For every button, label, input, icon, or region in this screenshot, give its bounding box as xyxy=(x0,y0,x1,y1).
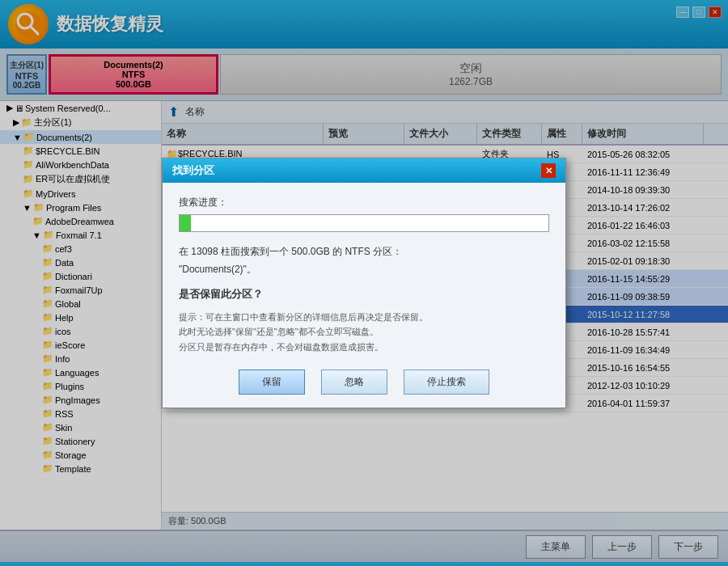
dialog-buttons: 保留 忽略 停止搜索 xyxy=(179,370,549,395)
dialog-hint: 提示：可在主窗口中查看新分区的详细信息后再决定是否保留。 此时无论选择"保留"还… xyxy=(179,310,549,355)
dialog-close-button[interactable]: ✕ xyxy=(541,163,556,178)
dialog-hint-line2: 此时无论选择"保留"还是"忽略"都不会立即写磁盘。 xyxy=(179,327,379,336)
dialog-body: 搜索进度： 在 13098 柱面搜索到一个 500.0GB 的 NTFS 分区：… xyxy=(163,183,565,407)
dialog-title-text: 找到分区 xyxy=(172,163,214,178)
progress-bar-container xyxy=(179,214,549,232)
dialog-title-bar: 找到分区 ✕ xyxy=(163,158,565,183)
stop-search-button[interactable]: 停止搜索 xyxy=(404,370,489,395)
ignore-button[interactable]: 忽略 xyxy=(321,370,387,395)
dialog-info: 在 13098 柱面搜索到一个 500.0GB 的 NTFS 分区： "Docu… xyxy=(179,243,549,278)
dialog-info-line2: "Documents(2)"。 xyxy=(179,264,256,275)
dialog-info-line1: 在 13098 柱面搜索到一个 500.0GB 的 NTFS 分区： xyxy=(179,246,402,257)
dialog-question: 是否保留此分区？ xyxy=(179,287,549,302)
dialog-hint-line1: 提示：可在主窗口中查看新分区的详细信息后再决定是否保留。 xyxy=(179,312,428,322)
keep-button[interactable]: 保留 xyxy=(239,370,305,395)
progress-label: 搜索进度： xyxy=(179,196,549,209)
dialog-hint-line3: 分区只是暂存在内存中，不会对磁盘数据造成损害。 xyxy=(179,342,383,352)
find-partition-dialog: 找到分区 ✕ 搜索进度： 在 13098 柱面搜索到一个 500.0GB 的 N… xyxy=(162,158,566,408)
dialog-overlay: 找到分区 ✕ 搜索进度： 在 13098 柱面搜索到一个 500.0GB 的 N… xyxy=(0,0,728,566)
progress-bar-fill xyxy=(180,215,191,231)
